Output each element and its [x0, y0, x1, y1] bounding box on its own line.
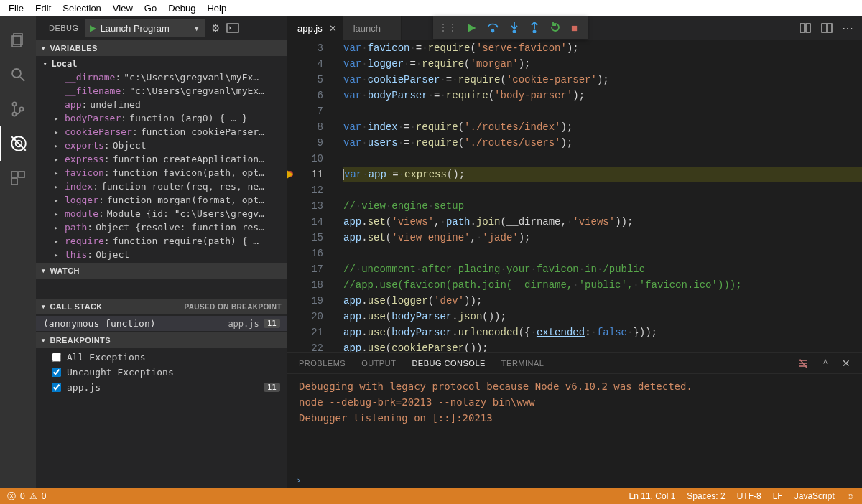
code-line[interactable]: var·favicon·=·require('serve-favicon'); [343, 40, 862, 56]
split-editor-icon[interactable] [820, 22, 833, 34]
variables-section-header[interactable]: ▾ VARIABLES [36, 40, 287, 56]
variable-row[interactable]: __dirname:"c:\Users\gregvanl\myEx… [36, 70, 287, 84]
variable-row[interactable]: ▸exports:Object [36, 139, 287, 152]
line-number[interactable]: 5 [287, 72, 323, 88]
language-mode[interactable]: JavaScript [794, 491, 835, 501]
restart-button[interactable] [550, 22, 561, 33]
code-line[interactable]: var·logger·=·require('morgan'); [343, 56, 862, 72]
code-line[interactable]: app.use(cookieParser()); [343, 340, 862, 352]
code-line[interactable]: //·uncomment·after·placing·your·favicon·… [343, 261, 862, 277]
variable-row[interactable]: ▸express:function createApplication… [36, 152, 287, 166]
extensions-icon[interactable] [0, 161, 36, 195]
line-number[interactable]: 8 [287, 119, 323, 135]
line-number[interactable]: 10 [287, 151, 323, 167]
debug-console-input[interactable]: › [287, 471, 862, 488]
line-number[interactable]: 19 [287, 293, 323, 309]
code-line[interactable]: app.use(logger('dev')); [343, 293, 862, 309]
breakpoint-checkbox[interactable] [52, 353, 61, 362]
code-line[interactable]: app.set('views',·path.join(__dirname,·'v… [343, 214, 862, 230]
grip-icon[interactable]: ⋮⋮ [439, 22, 458, 32]
breakpoint-row[interactable]: app.js11 [36, 380, 287, 395]
errors-icon[interactable]: ⓧ [7, 490, 16, 503]
variable-row[interactable]: ▸index:function router(req, res, ne… [36, 179, 287, 193]
indentation[interactable]: Spaces: 2 [687, 491, 725, 501]
encoding[interactable]: UTF-8 [737, 491, 761, 501]
compare-icon[interactable] [799, 22, 812, 34]
code-line[interactable]: var·app·=·express(); [343, 167, 862, 182]
code-line[interactable]: app.set('view engine',·'jade'); [343, 230, 862, 246]
cursor-position[interactable]: Ln 11, Col 1 [629, 491, 676, 501]
breakpoints-section-header[interactable]: ▾ BREAKPOINTS [36, 332, 287, 348]
line-number[interactable]: 13 [287, 198, 323, 214]
breakpoint-checkbox[interactable] [52, 368, 61, 377]
close-icon[interactable]: ✕ [329, 23, 337, 34]
menu-edit[interactable]: Edit [29, 3, 57, 14]
clear-console-icon[interactable] [797, 358, 809, 369]
code-line[interactable]: var·users·=·require('./routes/users'); [343, 135, 862, 151]
editor-tab[interactable]: launch [343, 16, 402, 40]
line-number[interactable]: 21 [287, 325, 323, 340]
stop-button[interactable]: ■ [571, 22, 578, 34]
feedback-icon[interactable]: ☺ [846, 491, 855, 501]
debug-icon[interactable] [0, 126, 36, 161]
variable-row[interactable]: ▸favicon:function favicon(path, opt… [36, 166, 287, 179]
variable-row[interactable]: __filename:"c:\Users\gregvanl\myEx… [36, 84, 287, 98]
code-line[interactable]: //·view·engine·setup [343, 198, 862, 214]
line-number[interactable]: 14 [287, 214, 323, 230]
line-number[interactable]: 17 [287, 261, 323, 277]
line-number[interactable]: 20 [287, 309, 323, 325]
code-line[interactable]: app.use(bodyParser.urlencoded({·extended… [343, 325, 862, 340]
chevron-up-icon[interactable]: ＾ [820, 357, 830, 370]
debug-action-toolbar[interactable]: ⋮⋮ ▶ ■ [433, 16, 588, 39]
line-number[interactable]: 4 [287, 56, 323, 72]
line-number[interactable]: 16 [287, 246, 323, 261]
code-line[interactable]: var·bodyParser·=·require('body-parser'); [343, 88, 862, 103]
line-number[interactable]: 11 [287, 167, 323, 182]
menu-file[interactable]: File [3, 3, 29, 14]
menu-go[interactable]: Go [139, 3, 162, 14]
variable-row[interactable]: ▸logger:function morgan(format, opt… [36, 193, 287, 207]
warnings-icon[interactable]: ⚠ [29, 491, 37, 501]
panel-tab-terminal[interactable]: TERMINAL [501, 359, 544, 368]
close-icon[interactable]: ✕ [842, 358, 851, 369]
code-line[interactable] [343, 103, 862, 119]
code-editor[interactable]: 345678910111213141516171819202122 var·fa… [287, 40, 862, 352]
line-number[interactable]: 15 [287, 230, 323, 246]
variable-row[interactable]: ▸cookieParser:function cookieParser… [36, 125, 287, 139]
code-line[interactable]: //app.use(favicon(path.join(__dirname,·'… [343, 277, 862, 293]
menu-selection[interactable]: Selection [57, 3, 106, 14]
variable-row[interactable]: ▸this:Object [36, 248, 287, 261]
code-line[interactable]: app.use(bodyParser.json()); [343, 309, 862, 325]
debug-console-icon[interactable] [226, 23, 239, 33]
source-control-icon[interactable] [0, 92, 36, 126]
code-line[interactable] [343, 246, 862, 261]
menu-view[interactable]: View [107, 3, 139, 14]
code-line[interactable] [343, 182, 862, 198]
scope-local[interactable]: ▾ Local [36, 57, 287, 70]
explorer-icon[interactable] [0, 23, 36, 57]
launch-config-select[interactable]: ▶ Launch Program ▼ [85, 19, 205, 37]
code-line[interactable]: var·cookieParser·=·require('cookie-parse… [343, 72, 862, 88]
menu-help[interactable]: Help [201, 3, 232, 14]
editor-tab[interactable]: app.js✕ [287, 16, 343, 40]
variable-row[interactable]: ▸module:Module {id: "c:\Users\gregv… [36, 207, 287, 220]
panel-tab-problems[interactable]: PROBLEMS [299, 359, 346, 368]
callstack-section-header[interactable]: ▾ CALL STACK PAUSED ON BREAKPOINT [36, 299, 287, 314]
search-icon[interactable] [0, 57, 36, 92]
code-line[interactable]: var·index·=·require('./routes/index'); [343, 119, 862, 135]
breakpoint-checkbox[interactable] [52, 383, 61, 392]
watch-section-header[interactable]: ▾ WATCH [36, 263, 287, 279]
variable-row[interactable]: ▸path:Object {resolve: function res… [36, 220, 287, 234]
step-over-button[interactable] [486, 22, 499, 33]
eol[interactable]: LF [773, 491, 783, 501]
breakpoint-row[interactable]: Uncaught Exceptions [36, 365, 287, 380]
variable-row[interactable]: app:undefined [36, 98, 287, 111]
panel-tab-output[interactable]: OUTPUT [361, 359, 396, 368]
stack-frame[interactable]: (anonymous function)app.js11 [36, 316, 287, 331]
variable-row[interactable]: ▸bodyParser:function (arg0) { … } [36, 111, 287, 125]
step-out-button[interactable] [529, 22, 539, 33]
line-number[interactable]: 9 [287, 135, 323, 151]
gear-icon[interactable]: ⚙ [211, 22, 221, 34]
variable-row[interactable]: ▸require:function require(path) { … [36, 234, 287, 248]
panel-tab-debug-console[interactable]: DEBUG CONSOLE [412, 359, 485, 368]
